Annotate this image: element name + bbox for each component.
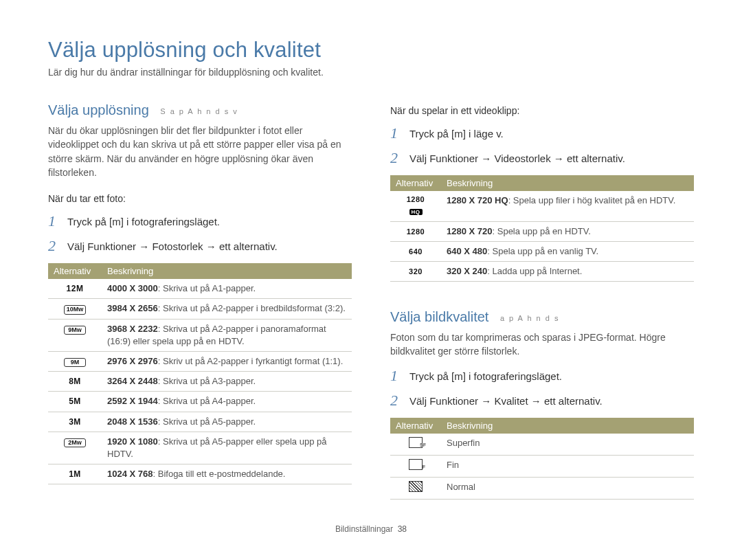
quality-icon-superfine [409, 437, 423, 448]
table-row: 8M3264 X 2448: Skriva ut på A3-papper. [48, 372, 352, 392]
size-icon: 9M [64, 358, 86, 367]
size-icon: 5M [69, 396, 81, 406]
size-icon: 1M [69, 469, 81, 479]
video-step-1-text: Tryck på [m] i läge v. [409, 126, 504, 141]
left-column: Välja upplösning S a p A h n d s v När d… [48, 102, 352, 500]
videosize-icon: 640 [409, 247, 423, 256]
col-alternativ: Alternativ [48, 263, 102, 279]
videosize-icon: 320 [409, 267, 423, 276]
resolution-body: När du ökar upplösningen blir det fler b… [48, 124, 352, 179]
intro-text: Lär dig hur du ändrar inställningar för … [48, 67, 694, 78]
when-video-label: När du spelar in ett videoklipp: [390, 105, 694, 116]
video-size-table: Alternativ Beskrivning 1280HQ1280 X 720 … [390, 175, 694, 282]
size-icon: 10Mw [64, 305, 87, 314]
quality-body: Foton som du tar komprimeras och sparas … [390, 331, 694, 359]
table-row: Superfin [390, 434, 694, 456]
when-photo-label: När du tar ett foto: [48, 193, 352, 204]
quality-step-1: 1 Tryck på [m] i fotograferingsläget. [390, 368, 694, 383]
footer-page-number: 38 [398, 524, 407, 534]
table-row: 1280HQ1280 X 720 HQ: Spela upp filer i h… [390, 191, 694, 221]
size-icon: 8M [69, 377, 81, 386]
video-step-2: 2 Välj Funktioner → Videostorlek → ett a… [390, 150, 694, 166]
page-title: Välja upplösning och kvalitet [48, 38, 694, 63]
table-row: 12801280 X 720: Spela upp på en HDTV. [390, 221, 694, 241]
col-beskrivning: Beskrivning [102, 263, 352, 279]
table-row: 640640 X 480: Spela upp på en vanlig TV. [390, 241, 694, 261]
photo-step-2-text: Välj Funktioner → Fotostorlek → ett alte… [67, 238, 278, 254]
table-row: 9Mw3968 X 2232: Skriva ut på A2-papper i… [48, 319, 352, 351]
section-heading-quality: Välja bildkvalitet [390, 309, 488, 325]
table-row: 12M4000 X 3000: Skriva ut på A1-papper. [48, 279, 352, 299]
mode-indicators-quality: a p A h n d s [500, 314, 560, 322]
videosize-icon: 1280 [407, 227, 425, 236]
size-icon: 12M [67, 284, 84, 293]
table-row: 2Mw1920 X 1080: Skriva ut på A5-papper e… [48, 432, 352, 464]
footer-section: Bildinställningar [335, 524, 393, 534]
quality-step-2-text: Välj Funktioner → Kvalitet → ett alterna… [409, 393, 603, 408]
table-row: 3M2048 X 1536: Skriva ut på A5-papper. [48, 412, 352, 432]
photo-step-2: 2 Välj Funktioner → Fotostorlek → ett al… [48, 238, 352, 254]
table-row: Normal [390, 478, 694, 500]
quality-step-2: 2 Välj Funktioner → Kvalitet → ett alter… [390, 393, 694, 408]
col-alternativ: Alternativ [390, 175, 441, 191]
size-icon: 3M [69, 417, 81, 427]
col-alternativ: Alternativ [390, 418, 441, 434]
photo-size-table: Alternativ Beskrivning 12M4000 X 3000: S… [48, 263, 352, 484]
page-footer: Bildinställningar 38 [0, 524, 742, 534]
table-row: Fin [390, 455, 694, 477]
mode-indicators-resolution: S a p A h n d s v [160, 107, 238, 115]
quality-icon-fine [409, 459, 423, 470]
col-beskrivning: Beskrivning [441, 175, 694, 191]
right-column: När du spelar in ett videoklipp: 1 Tryck… [390, 102, 694, 500]
table-row: 9M2976 X 2976: Skriv ut på A2-papper i f… [48, 351, 352, 371]
table-row: 10Mw3984 X 2656: Skriva ut på A2-papper … [48, 299, 352, 319]
size-icon: 2Mw [64, 438, 86, 447]
quality-icon-normal [409, 481, 423, 492]
videosize-icon: 1280 [396, 194, 436, 205]
video-step-2-text: Välj Funktioner → Videostorlek → ett alt… [409, 150, 625, 166]
photo-step-1-text: Tryck på [m] i fotograferingsläget. [67, 214, 220, 229]
video-step-1: 1 Tryck på [m] i läge v. [390, 126, 694, 141]
quality-table: Alternativ Beskrivning Superfin Fin Norm… [390, 418, 694, 500]
table-row: 5M2592 X 1944: Skriva ut på A4-papper. [48, 392, 352, 412]
table-row: 1M1024 X 768: Bifoga till ett e-postmedd… [48, 464, 352, 484]
col-beskrivning: Beskrivning [441, 418, 694, 434]
photo-step-1: 1 Tryck på [m] i fotograferingsläget. [48, 214, 352, 229]
size-icon: 9Mw [64, 326, 86, 335]
table-row: 320320 X 240: Ladda upp på Internet. [390, 261, 694, 281]
quality-step-1-text: Tryck på [m] i fotograferingsläget. [409, 368, 562, 383]
section-heading-resolution: Välja upplösning [48, 102, 149, 118]
hq-badge-icon: HQ [409, 209, 423, 215]
